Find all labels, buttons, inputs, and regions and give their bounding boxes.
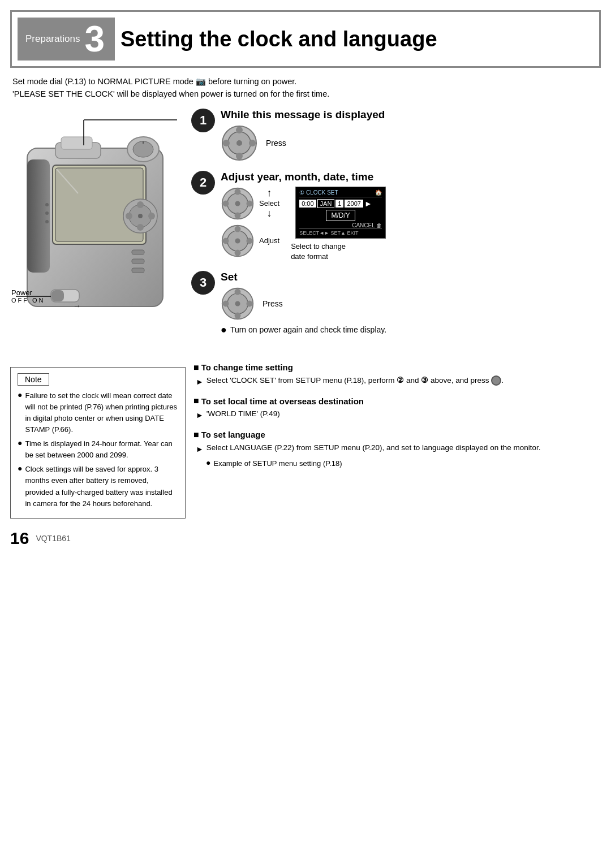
tip-local-time: To set local time at overseas destinatio… <box>193 396 601 422</box>
step-2-select-row: ↑ Select ↓ <box>221 187 279 221</box>
step1-dial-icon <box>221 124 258 162</box>
lower-section: Note ● Failure to set the clock will mea… <box>10 362 601 519</box>
left-column: → Power OFF ON <box>10 109 186 353</box>
clock-ui-footer: SELECT◄► SET▲ EXIT <box>299 228 382 236</box>
page-title: Setting the clock and language <box>121 27 437 51</box>
inline-dial-icon <box>491 375 501 386</box>
svg-rect-19 <box>132 268 144 273</box>
tip-change-time-text: ► Select 'CLOCK SET' from SETUP menu (P.… <box>193 375 601 388</box>
note-item-3: ● Clock settings will be saved for appro… <box>18 464 178 509</box>
svg-point-32 <box>236 127 243 133</box>
power-text: Power <box>11 288 45 297</box>
note-item-2: ● Time is displayed in 24-hour format. Y… <box>18 438 178 461</box>
clock-ui-format: M/D/Y <box>326 210 355 221</box>
camera-illustration: → Power OFF ON <box>10 114 186 353</box>
page-footer: 16 VQT1B61 <box>10 529 601 548</box>
svg-point-49 <box>246 237 252 244</box>
tip-change-time: To change time setting ► Select 'CLOCK S… <box>193 362 601 388</box>
intro-line2: 'PLEASE SET THE CLOCK' will be displayed… <box>12 88 601 101</box>
step3-dial-icon <box>221 287 255 321</box>
intro-text: Set mode dial (P.13) to NORMAL PICTURE m… <box>10 76 601 101</box>
step-2-adjust-label: Adjust <box>259 236 279 245</box>
step-2-dials: ↑ Select ↓ <box>221 187 279 258</box>
svg-point-47 <box>235 249 241 256</box>
tip-change-time-heading: To change time setting <box>193 362 601 373</box>
svg-point-54 <box>235 312 241 318</box>
clock-ui-title: ① CLOCK SET 🏠 <box>299 189 382 197</box>
page-header: Preparations 3 Setting the clock and lan… <box>10 10 601 68</box>
step-3-content: Set Press <box>221 271 601 336</box>
arrow-icon-1: ► <box>196 376 204 388</box>
step-2-heading: Adjust year, month, date, time <box>221 171 601 183</box>
svg-point-42 <box>246 200 252 206</box>
power-label: Power OFF ON <box>11 288 45 304</box>
step2-select-dial <box>221 187 255 221</box>
note-label: Note <box>18 373 49 386</box>
intro-line1: Set mode dial (P.13) to NORMAL PICTURE m… <box>12 76 601 88</box>
svg-point-57 <box>235 301 240 306</box>
select-to-change-text: Select to change date format <box>291 241 346 262</box>
step-2-content: Adjust year, month, date, time <box>221 171 601 262</box>
page-number: 16 <box>10 529 29 548</box>
note-item-1: ● Failure to set the clock will mean cor… <box>18 390 178 436</box>
lower-right: To change time setting ► Select 'CLOCK S… <box>186 362 601 519</box>
arrow-icon-2: ► <box>196 409 204 422</box>
svg-point-15 <box>148 213 155 219</box>
clock-ui-display: ① CLOCK SET 🏠 0:00 JAN 1 2007 ► <box>295 187 386 239</box>
step-1-content: While this message is displayed P <box>221 109 601 162</box>
svg-point-50 <box>235 238 240 243</box>
preparations-label: Preparations <box>25 33 80 45</box>
step-1-heading: While this message is displayed <box>221 109 601 121</box>
svg-point-36 <box>236 140 242 146</box>
svg-point-8 <box>133 141 153 157</box>
step-1-action: Press <box>266 139 286 148</box>
step-3-action: Press <box>263 299 283 308</box>
step-2-select-label: Select <box>259 199 279 208</box>
tip-language-bullet: ● Example of SETUP menu setting (P.18) <box>193 458 601 469</box>
step-3-bullet: ● Turn on power again and check time dis… <box>221 324 601 336</box>
svg-point-56 <box>246 300 252 306</box>
svg-rect-3 <box>61 137 92 149</box>
step-3-inner: Press <box>221 287 601 321</box>
step-1-circle: 1 <box>191 109 215 132</box>
clock-ui-cancel: CANCEL 🗑 <box>299 222 382 228</box>
step-3-block: 3 Set Press <box>191 271 601 336</box>
step-2-block: 2 Adjust year, month, date, time <box>191 171 601 262</box>
svg-rect-18 <box>132 259 144 264</box>
preparations-box: Preparations 3 <box>18 18 115 61</box>
page-code: VQT1B61 <box>36 534 70 543</box>
svg-point-22 <box>45 220 49 223</box>
right-column: 1 While this message is displayed <box>186 109 601 339</box>
main-content: Set mode dial (P.13) to NORMAL PICTURE m… <box>10 68 601 519</box>
svg-point-14 <box>126 213 132 219</box>
tip-local-time-heading: To set local time at overseas destinatio… <box>193 396 601 406</box>
lower-left: Note ● Failure to set the clock will mea… <box>10 362 186 519</box>
svg-rect-17 <box>132 250 144 254</box>
step-2-circle: 2 <box>191 171 215 195</box>
clock-ui-values: 0:00 JAN 1 2007 ► <box>299 199 382 208</box>
arrow-icon-3: ► <box>196 443 204 456</box>
step-2-main: ↑ Select ↓ <box>221 187 601 262</box>
svg-rect-1 <box>27 159 50 273</box>
tip-language-heading: To set language <box>193 430 601 440</box>
note-box: Note ● Failure to set the clock will mea… <box>10 367 186 519</box>
step-1-inner: Press <box>221 124 601 162</box>
step-1-block: 1 While this message is displayed <box>191 109 601 162</box>
tip-language: To set language ► Select LANGUAGE (P.22)… <box>193 430 601 469</box>
svg-point-55 <box>223 300 229 306</box>
svg-point-35 <box>249 140 256 146</box>
step-3-heading: Set <box>221 271 601 283</box>
svg-point-21 <box>45 211 49 215</box>
svg-point-41 <box>223 200 229 206</box>
step2-adjust-dial <box>221 224 255 258</box>
svg-rect-24 <box>51 290 64 301</box>
svg-point-20 <box>45 203 49 206</box>
svg-point-46 <box>235 226 241 232</box>
step-2-adjust-row: Adjust <box>221 224 279 258</box>
svg-point-33 <box>236 153 243 159</box>
svg-text:→: → <box>73 301 81 310</box>
power-offon: OFF ON <box>11 297 45 304</box>
svg-point-48 <box>223 237 229 244</box>
svg-point-39 <box>235 188 241 195</box>
tip-language-text: ► Select LANGUAGE (P.22) from SETUP menu… <box>193 442 601 456</box>
